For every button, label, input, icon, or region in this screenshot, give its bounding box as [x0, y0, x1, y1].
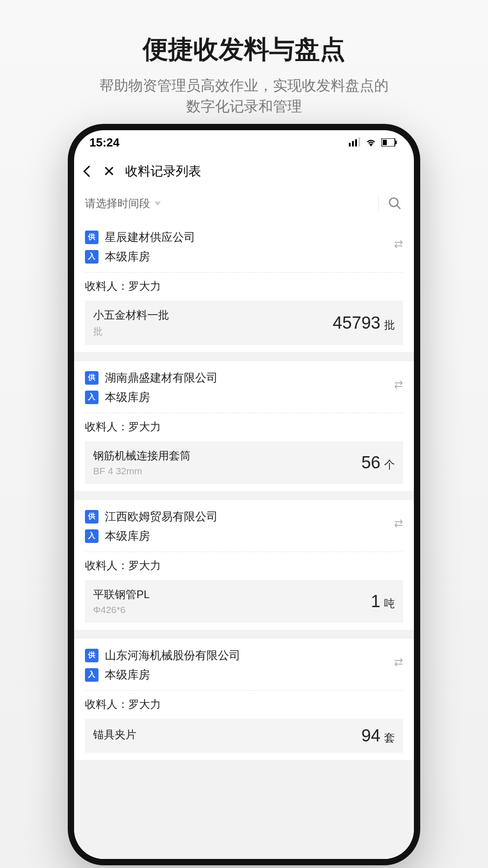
- warehouse-name: 本级库房: [105, 528, 150, 543]
- supplier-icon: 供: [85, 510, 99, 524]
- receiver-label: 收料人：罗大力: [85, 697, 403, 712]
- supplier-name: 星辰建材供应公司: [105, 230, 195, 245]
- divider: [85, 413, 403, 413]
- supplier-name: 江西欧姆贸易有限公司: [105, 509, 218, 524]
- svg-rect-3: [358, 137, 360, 146]
- warehouse-icon: 入: [85, 668, 99, 682]
- promo-subtitle: 帮助物资管理员高效作业，实现收发料盘点的 数字化记录和管理: [0, 75, 488, 117]
- chevron-down-icon: [155, 202, 161, 206]
- wifi-icon: [365, 136, 377, 150]
- status-bar: 15:24: [74, 130, 414, 155]
- status-time: 15:24: [89, 136, 120, 150]
- svg-rect-6: [395, 141, 397, 144]
- svg-point-7: [389, 198, 398, 207]
- item-qty: 94: [361, 726, 380, 745]
- item-qty: 1: [371, 592, 380, 611]
- signal-icon: [349, 136, 361, 150]
- time-range-select[interactable]: 请选择时间段: [85, 196, 161, 211]
- supplier-name: 山东河海机械股份有限公司: [105, 648, 240, 663]
- receiver-label: 收料人：罗大力: [85, 558, 403, 573]
- item-name: 小五金材料一批: [93, 308, 169, 322]
- svg-rect-0: [349, 143, 351, 146]
- divider: [85, 690, 403, 691]
- search-icon: [388, 196, 402, 211]
- divider: [85, 272, 403, 273]
- nav-header: ✕ 收料记录列表: [74, 155, 414, 189]
- warehouse-icon: 入: [85, 391, 99, 404]
- item-name: 平联钢管PL: [93, 587, 150, 602]
- supplier-name: 湖南鼎盛建材有限公司: [105, 370, 218, 385]
- item-name: 锚具夹片: [93, 727, 136, 742]
- search-button[interactable]: [387, 195, 403, 212]
- item-row: 小五金材料一批 批 45793 批: [85, 301, 403, 345]
- divider: [378, 196, 379, 211]
- item-spec: Φ426*6: [93, 604, 150, 615]
- close-icon[interactable]: ✕: [103, 164, 115, 179]
- phone-screen: 15:24 ✕ 收料记录列表 请选择时间段: [74, 130, 414, 859]
- warehouse-name: 本级库房: [105, 390, 150, 405]
- supplier-icon: 供: [85, 649, 99, 662]
- warehouse-icon: 入: [85, 529, 99, 543]
- item-unit: 批: [384, 318, 395, 332]
- svg-rect-2: [355, 139, 357, 146]
- divider: [85, 552, 403, 552]
- record-card[interactable]: 供 江西欧姆贸易有限公司 入 本级库房 ⇄ 收料人：罗大力 平联钢管PL: [74, 500, 414, 630]
- record-card[interactable]: 供 星辰建材供应公司 入 本级库房 ⇄ 收料人：罗大力 小五金材料一批: [74, 221, 414, 352]
- item-unit: 个: [384, 458, 395, 472]
- item-row: 锚具夹片 94 套: [85, 719, 403, 753]
- record-card[interactable]: 供 湖南鼎盛建材有限公司 入 本级库房 ⇄ 收料人：罗大力 钢筋机械连接用套筒: [74, 361, 414, 491]
- swap-icon[interactable]: ⇄: [394, 509, 403, 530]
- page-title: 收料记录列表: [125, 163, 201, 180]
- warehouse-name: 本级库房: [105, 249, 150, 264]
- item-row: 平联钢管PL Φ426*6 1 吨: [85, 580, 403, 623]
- svg-rect-5: [383, 140, 387, 145]
- record-card[interactable]: 供 山东河海机械股份有限公司 入 本级库房 ⇄ 收料人：罗大力 锚具夹片: [74, 639, 414, 760]
- svg-rect-1: [352, 141, 354, 146]
- warehouse-icon: 入: [85, 250, 99, 264]
- record-list[interactable]: 供 星辰建材供应公司 入 本级库房 ⇄ 收料人：罗大力 小五金材料一批: [74, 221, 414, 859]
- swap-icon[interactable]: ⇄: [394, 648, 403, 669]
- item-unit: 吨: [384, 596, 395, 611]
- swap-icon[interactable]: ⇄: [394, 230, 403, 250]
- item-name: 钢筋机械连接用套筒: [93, 448, 191, 463]
- filter-bar: 请选择时间段: [74, 189, 414, 221]
- supplier-icon: 供: [85, 231, 99, 244]
- item-spec: 批: [93, 325, 169, 338]
- receiver-label: 收料人：罗大力: [85, 420, 403, 434]
- back-icon[interactable]: [83, 165, 94, 177]
- item-spec: BF 4 32mm: [93, 466, 191, 476]
- warehouse-name: 本级库房: [105, 667, 150, 682]
- receiver-label: 收料人：罗大力: [85, 279, 403, 293]
- svg-line-8: [397, 205, 400, 209]
- phone-mockup: 15:24 ✕ 收料记录列表 请选择时间段: [68, 124, 420, 865]
- battery-icon: [381, 136, 397, 150]
- promo-title: 便捷收发料与盘点: [0, 33, 488, 67]
- item-unit: 套: [384, 731, 395, 745]
- item-qty: 56: [361, 453, 380, 472]
- item-qty: 45793: [333, 313, 380, 333]
- supplier-icon: 供: [85, 371, 99, 385]
- swap-icon[interactable]: ⇄: [394, 370, 403, 391]
- item-row: 钢筋机械连接用套筒 BF 4 32mm 56 个: [85, 441, 403, 484]
